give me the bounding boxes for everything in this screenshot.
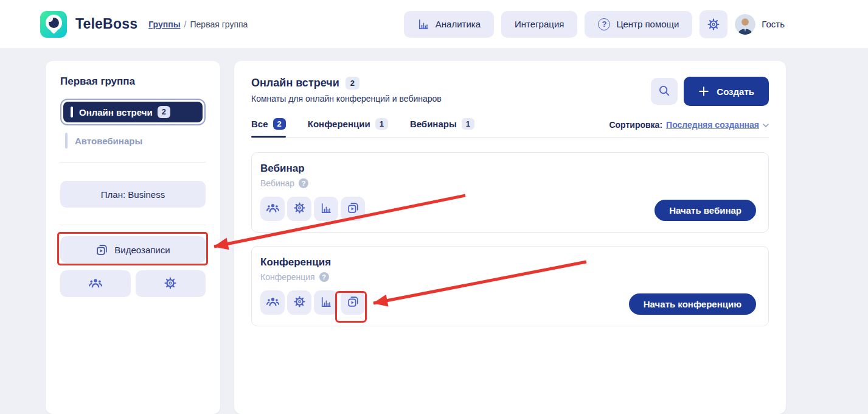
tab-all[interactable]: Все 2 (251, 118, 286, 137)
chevron-down-icon[interactable] (763, 124, 769, 127)
analytics-label: Аналитика (436, 19, 481, 29)
question-icon[interactable] (299, 178, 308, 188)
sidebar-item-autowebinars[interactable]: Автовебинары (60, 133, 206, 149)
divider (60, 225, 206, 225)
count-badge: 2 (345, 77, 359, 89)
room-title: Вебинар (260, 163, 756, 175)
integration-button[interactable]: Интеграция (501, 11, 577, 38)
user-avatar[interactable] (735, 14, 755, 35)
sidebar-item-label: Автовебинары (75, 136, 142, 146)
teleboss-logo-icon[interactable] (40, 11, 67, 38)
search-icon (658, 84, 671, 99)
app-header: TeleBoss Группы / Первая группа Аналитик… (0, 0, 868, 48)
main-panel: Онлайн встречи 2 Комнаты для онлайн конф… (234, 61, 786, 414)
tabs-bar: Все 2 Конференции 1 Вебинары 1 Сортировк… (251, 118, 769, 138)
video-recordings-button[interactable]: Видеозаписи (60, 236, 206, 263)
bar-chart-icon (417, 18, 429, 30)
help-center-button[interactable]: Центр помощи (585, 11, 692, 38)
create-button[interactable]: Создать (684, 77, 769, 106)
page-title: Онлайн встречи (251, 77, 339, 89)
tab-webinars[interactable]: Вебинары 1 (410, 118, 474, 137)
create-label: Создать (717, 86, 754, 97)
sidebar: Первая группа Онлайн встречи 2 Автовебин… (46, 61, 220, 414)
room-recordings-button[interactable] (341, 197, 365, 221)
active-indicator-bar (71, 107, 73, 118)
gear-icon (707, 18, 720, 31)
tab-count-badge: 1 (462, 118, 474, 130)
sidebar-item-online-meetings[interactable]: Онлайн встречи 2 (60, 99, 206, 125)
breadcrumb: Группы / Первая группа (148, 19, 248, 29)
plus-icon (698, 86, 709, 97)
video-recordings-icon (95, 244, 108, 256)
video-recordings-icon (347, 202, 359, 216)
people-icon (266, 201, 280, 217)
integration-label: Интеграция (515, 19, 564, 29)
tab-label: Все (251, 119, 268, 129)
sort-dropdown[interactable]: Последняя созданная (666, 120, 759, 130)
recordings-label: Видеозаписи (114, 245, 170, 255)
question-circle-icon (598, 18, 610, 30)
plan-button[interactable]: План: Business (60, 181, 206, 208)
breadcrumb-current: Первая группа (190, 19, 248, 29)
sort-label: Сортировка: (609, 120, 662, 130)
bar-chart-icon (320, 296, 332, 310)
count-badge: 2 (158, 106, 170, 118)
start-conference-button[interactable]: Начать конференцию (629, 293, 756, 315)
people-icon (266, 295, 280, 310)
room-settings-button[interactable] (287, 290, 311, 315)
room-card-webinar: Вебинар Вебинар Начать вебинар (251, 152, 769, 233)
logo-moon-shape (49, 18, 59, 28)
tab-count-badge: 2 (273, 118, 286, 130)
participants-button[interactable] (260, 290, 285, 315)
item-indicator-bar (65, 133, 68, 149)
room-settings-button[interactable] (287, 197, 311, 221)
brand-name: TeleBoss (75, 16, 137, 32)
divider (60, 162, 206, 163)
room-analytics-button[interactable] (314, 290, 338, 315)
user-name: Гость (762, 19, 785, 29)
gear-icon (164, 276, 177, 292)
help-label: Центр помощи (616, 19, 679, 29)
question-icon[interactable] (319, 272, 329, 282)
tab-label: Конференции (308, 119, 370, 129)
people-icon (88, 276, 103, 292)
start-webinar-button[interactable]: Начать вебинар (654, 200, 756, 221)
room-type: Конференция (260, 272, 315, 282)
room-type: Вебинар (260, 178, 294, 188)
settings-button[interactable] (700, 10, 727, 38)
sidebar-item-label: Онлайн встречи (79, 107, 153, 118)
page-subtitle: Комнаты для онлайн конференций и вебинар… (251, 94, 442, 103)
group-title: Первая группа (60, 75, 206, 88)
video-recordings-icon (347, 295, 359, 310)
room-card-conference: Конференция Конференция Начать конфе (251, 246, 769, 326)
analytics-button[interactable]: Аналитика (404, 11, 494, 38)
participants-button[interactable] (260, 197, 285, 221)
gear-icon (293, 202, 306, 216)
room-title: Конференция (260, 256, 756, 268)
tab-label: Вебинары (410, 119, 457, 129)
tab-count-badge: 1 (375, 118, 388, 130)
breadcrumb-groups-link[interactable]: Группы (148, 19, 180, 29)
room-recordings-button[interactable] (341, 290, 365, 315)
search-button[interactable] (651, 78, 678, 105)
tab-conferences[interactable]: Конференции 1 (308, 118, 388, 137)
breadcrumb-separator: / (184, 19, 187, 29)
gear-icon (293, 295, 306, 310)
group-settings-button[interactable] (136, 270, 206, 297)
members-button[interactable] (60, 270, 131, 297)
bar-chart-icon (320, 202, 332, 216)
header-actions: Аналитика Интеграция Центр помощи Гость (404, 10, 785, 38)
room-analytics-button[interactable] (314, 197, 338, 221)
